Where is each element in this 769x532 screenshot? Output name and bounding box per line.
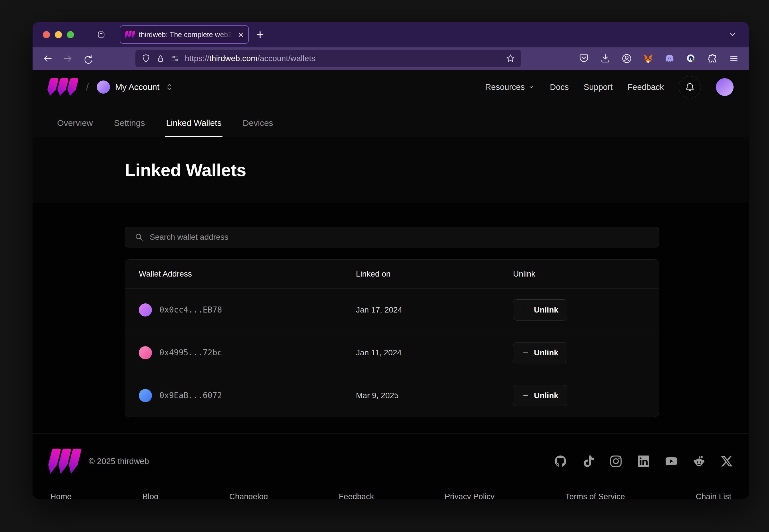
nav-support[interactable]: Support (584, 82, 613, 92)
url-bar[interactable]: https://thirdweb.com/account/wallets (135, 50, 521, 67)
extensions-puzzle-icon[interactable] (707, 53, 718, 64)
phantom-icon[interactable] (664, 53, 675, 64)
unlink-button-label: Unlink (534, 348, 558, 357)
minimize-window-button[interactable] (55, 31, 62, 38)
caret-sort-icon (164, 82, 174, 92)
profile-avatar[interactable] (716, 78, 734, 96)
chevron-down-icon (527, 83, 535, 91)
unlink-button-label: Unlink (534, 391, 558, 400)
minus-icon (522, 349, 529, 356)
menu-hamburger-icon[interactable] (728, 53, 739, 64)
tiktok-icon[interactable] (583, 456, 594, 467)
site-footer: © 2025 thirdweb Home Blog Changelog (33, 434, 749, 499)
page-content: Wallet Address Linked on Unlink 0x0cc4..… (33, 203, 749, 434)
instagram-icon[interactable] (610, 456, 622, 467)
search-icon (134, 232, 144, 242)
page-title: Linked Wallets (125, 160, 246, 180)
bookmark-star-icon[interactable] (506, 54, 515, 63)
url-path: /account/wallets (258, 54, 315, 63)
github-icon[interactable] (555, 456, 566, 467)
search-input[interactable] (150, 233, 650, 242)
tab-devices[interactable]: Devices (242, 118, 274, 137)
tracking-protection-shield-icon[interactable] (141, 54, 151, 63)
reddit-icon[interactable] (693, 456, 705, 467)
zoom-window-button[interactable] (67, 31, 74, 38)
header-nav: Resources Docs Support Feedback (485, 76, 734, 98)
notifications-button[interactable] (679, 76, 701, 98)
url-text: https://thirdweb.com/account/wallets (185, 54, 501, 63)
unlink-button[interactable]: Unlink (513, 342, 567, 363)
minus-icon (522, 392, 529, 399)
permissions-icon[interactable] (170, 54, 180, 63)
account-icon[interactable] (621, 53, 632, 64)
breadcrumb-separator: / (86, 81, 89, 93)
wallet-cell: 0x0cc4...EB78 (139, 303, 356, 317)
thirdweb-logo[interactable] (48, 78, 78, 96)
nav-docs-label: Docs (550, 82, 569, 92)
browser-window: thirdweb: The complete web3 d × + (33, 22, 749, 499)
unlink-button-label: Unlink (534, 305, 558, 315)
screenshot: thirdweb: The complete web3 d × + (0, 0, 769, 532)
linkedin-icon[interactable] (638, 456, 649, 467)
tab-favicon-thirdweb-icon (125, 31, 135, 38)
footer-links: Home Blog Changelog Feedback Privacy Pol… (49, 492, 732, 499)
nav-feedback[interactable]: Feedback (628, 82, 664, 92)
nav-docs[interactable]: Docs (550, 82, 569, 92)
wallet-address: 0x0cc4...EB78 (159, 305, 222, 315)
site-header-area: / My Account Resources Docs Support (33, 70, 749, 137)
footer-link-home[interactable]: Home (50, 492, 72, 499)
tab-close-icon[interactable]: × (238, 30, 244, 39)
forward-icon[interactable] (62, 53, 73, 64)
page-title-band: Linked Wallets (33, 137, 749, 203)
new-tab-button[interactable]: + (256, 28, 264, 41)
footer-link-privacy-policy[interactable]: Privacy Policy (445, 492, 494, 499)
footer-thirdweb-logo[interactable] (49, 449, 80, 474)
unlink-button[interactable]: Unlink (513, 385, 567, 406)
tab-overview[interactable]: Overview (56, 118, 94, 137)
metamask-icon[interactable] (643, 53, 654, 64)
site-header: / My Account Resources Docs Support (33, 70, 749, 104)
linked-on-date: Jan 17, 2024 (356, 305, 513, 315)
minus-icon (522, 306, 529, 314)
col-unlink: Unlink (513, 269, 645, 279)
table-header-row: Wallet Address Linked on Unlink (125, 260, 659, 288)
account-tabs: Overview Settings Linked Wallets Devices (33, 104, 749, 137)
footer-link-feedback[interactable]: Feedback (339, 492, 374, 499)
wallets-table: Wallet Address Linked on Unlink 0x0cc4..… (125, 259, 659, 417)
footer-link-terms-of-service[interactable]: Terms of Service (565, 492, 625, 499)
back-icon[interactable] (42, 53, 53, 64)
url-domain: thirdweb.com (210, 54, 258, 63)
account-switcher[interactable]: My Account (97, 80, 174, 94)
download-icon[interactable] (600, 53, 611, 64)
tab-linked-wallets[interactable]: Linked Wallets (165, 118, 223, 137)
firefox-view-icon[interactable] (96, 30, 106, 39)
tab-title: thirdweb: The complete web3 d (139, 31, 234, 39)
browser-tab[interactable]: thirdweb: The complete web3 d × (120, 25, 249, 44)
account-avatar (97, 80, 110, 94)
col-wallet-address: Wallet Address (139, 269, 356, 279)
youtube-icon[interactable] (666, 456, 677, 467)
onepassword-icon[interactable] (686, 53, 697, 64)
unlink-button[interactable]: Unlink (513, 299, 567, 321)
social-links (555, 456, 732, 467)
col-linked-on: Linked on (356, 269, 513, 279)
wallet-avatar (139, 346, 152, 359)
linked-on-date: Jan 11, 2024 (356, 348, 513, 357)
pocket-icon[interactable] (579, 53, 589, 64)
tab-settings[interactable]: Settings (113, 118, 146, 137)
close-window-button[interactable] (43, 31, 50, 38)
footer-link-changelog[interactable]: Changelog (230, 492, 268, 499)
lock-icon[interactable] (156, 54, 165, 63)
x-icon[interactable] (721, 456, 732, 467)
footer-link-chain-list[interactable]: Chain List (696, 492, 731, 499)
nav-feedback-label: Feedback (628, 82, 664, 92)
tab-list-chevron-icon[interactable] (728, 30, 738, 39)
reload-icon[interactable] (82, 53, 93, 64)
wallet-cell: 0x4995...72bc (139, 346, 356, 359)
footer-link-blog[interactable]: Blog (142, 492, 158, 499)
wallet-address: 0x9EaB...6072 (159, 391, 222, 400)
linked-on-date: Mar 9, 2025 (356, 391, 513, 400)
nav-resources[interactable]: Resources (485, 82, 535, 92)
copyright-text: © 2025 thirdweb (88, 457, 149, 466)
wallet-avatar (139, 389, 152, 402)
